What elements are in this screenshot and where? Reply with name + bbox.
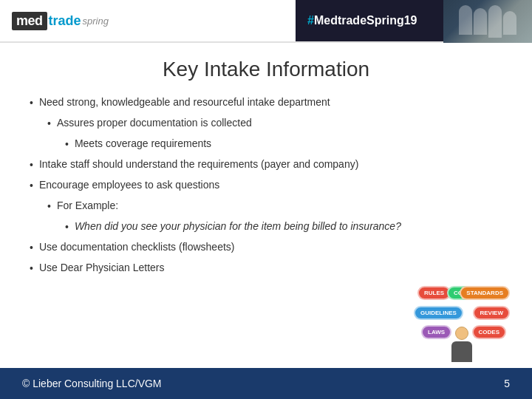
bullet-dot: •: [47, 199, 51, 214]
hashtag-text: #MedtradeSpring19: [307, 14, 417, 27]
bullet-dot: •: [30, 157, 33, 173]
person-body: [451, 341, 472, 362]
bubble-review: REVIEW: [473, 306, 510, 320]
list-item: • Need strong, knowledgeable and resourc…: [30, 95, 502, 111]
crowd-person-2: [474, 8, 487, 35]
logo-container: med trade spring: [12, 12, 109, 30]
bullet-text: Use documentation checklists (flowsheets…: [39, 239, 235, 255]
footer-bar: © Lieber Consulting LLC/VGM 5: [0, 368, 532, 399]
bullet-dot: •: [30, 240, 33, 256]
person-head: [455, 327, 468, 340]
list-item: • Intake staff should understand the req…: [30, 157, 502, 173]
compliance-graphic: RULES COMPLIANCE STANDARDS GUIDELINES RE…: [414, 282, 510, 364]
bullet-text: For Example:: [57, 198, 118, 214]
list-item: • For Example:: [30, 198, 502, 214]
bullet-text: Intake staff should understand the requi…: [39, 157, 358, 172]
bubble-rules: RULES: [417, 286, 451, 300]
header-hashtag-area: #MedtradeSpring19: [296, 0, 443, 41]
hashtag-symbol: #: [307, 14, 314, 27]
bullet-dot: •: [47, 116, 51, 132]
bullet-text: Use Dear Physician Letters: [39, 260, 165, 276]
list-item: • Meets coverage requirements: [30, 136, 502, 152]
bullet-text-italic: When did you see your physician for the …: [75, 219, 401, 234]
bubble-codes: CODES: [472, 325, 506, 339]
logo-spring: spring: [83, 16, 109, 27]
list-item: • Encourage employees to ask questions: [30, 177, 502, 194]
list-item: • Assures proper documentation is collec…: [30, 115, 502, 132]
bullet-dot: •: [65, 137, 69, 152]
bullet-list: • Need strong, knowledgeable and resourc…: [30, 95, 502, 276]
list-item: • Use documentation checklists (flowshee…: [30, 239, 502, 256]
bullet-text: Meets coverage requirements: [75, 136, 211, 151]
bullet-dot: •: [65, 219, 69, 235]
list-item: • Use Dear Physician Letters: [30, 260, 502, 276]
bullet-dot: •: [30, 178, 33, 194]
logo-med: med: [16, 13, 43, 28]
footer-copyright: © Lieber Consulting LLC/VGM: [22, 378, 162, 389]
hashtag-label: MedtradeSpring19: [314, 14, 417, 27]
bullet-dot: •: [30, 95, 33, 111]
slide-title: Key Intake Information: [30, 58, 502, 81]
bubble-guidelines: GUIDELINES: [414, 306, 463, 320]
bullet-text: Assures proper documentation is collecte…: [57, 115, 252, 131]
bullet-dot: •: [30, 261, 33, 276]
bubble-standards: STANDARDS: [460, 286, 510, 300]
logo-trade: trade: [49, 13, 81, 29]
logo-box: med: [12, 12, 47, 30]
logo-area: med trade spring: [0, 0, 296, 41]
bullet-text: Need strong, knowledgeable and resourcef…: [39, 95, 330, 110]
header-photo-crowd: [459, 5, 516, 38]
crowd-person-4: [503, 11, 516, 35]
list-item: • When did you see your physician for th…: [30, 219, 502, 235]
crowd-person-3: [488, 5, 502, 38]
bullet-text: Encourage employees to ask questions: [39, 177, 219, 193]
header: med trade spring #MedtradeSpring19: [0, 0, 532, 43]
footer-page-number: 5: [504, 378, 510, 389]
header-photo: [443, 0, 532, 43]
person-figure: [447, 327, 477, 364]
crowd-person-1: [459, 5, 472, 35]
compliance-inner: RULES COMPLIANCE STANDARDS GUIDELINES RE…: [414, 282, 510, 364]
